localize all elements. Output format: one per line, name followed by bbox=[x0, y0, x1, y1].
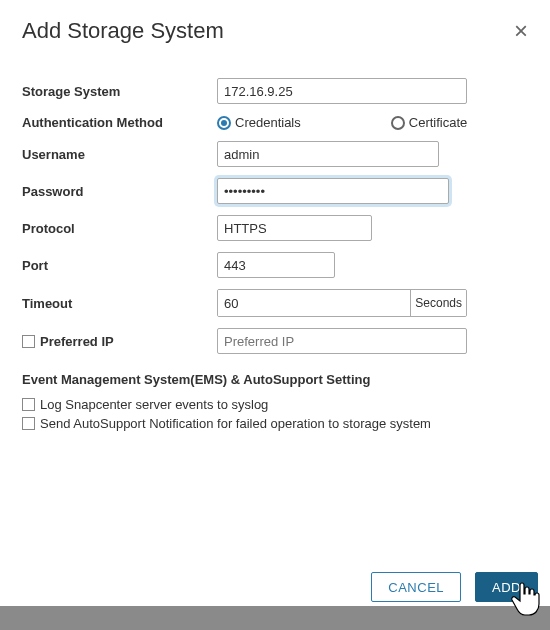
radio-unchecked-icon bbox=[391, 116, 405, 130]
radio-credentials-label: Credentials bbox=[235, 115, 301, 130]
row-password: Password bbox=[22, 178, 528, 204]
autosupport-label: Send AutoSupport Notification for failed… bbox=[40, 416, 431, 431]
label-password: Password bbox=[22, 184, 217, 199]
radio-checked-icon bbox=[217, 116, 231, 130]
row-username: Username bbox=[22, 141, 528, 167]
row-timeout: Timeout Seconds bbox=[22, 289, 528, 317]
label-protocol: Protocol bbox=[22, 221, 217, 236]
radio-certificate[interactable]: Certificate bbox=[391, 115, 468, 130]
row-preferred-ip: Preferred IP bbox=[22, 328, 528, 354]
row-auth-method: Authentication Method Credentials Certif… bbox=[22, 115, 528, 130]
label-username: Username bbox=[22, 147, 217, 162]
timeout-unit: Seconds bbox=[411, 290, 466, 316]
radio-certificate-label: Certificate bbox=[409, 115, 468, 130]
row-port: Port bbox=[22, 252, 528, 278]
dialog-title: Add Storage System bbox=[22, 18, 224, 44]
bottom-bar bbox=[0, 606, 550, 630]
storage-system-input[interactable] bbox=[217, 78, 467, 104]
label-port: Port bbox=[22, 258, 217, 273]
ems-section-title: Event Management System(EMS) & AutoSuppo… bbox=[22, 372, 528, 387]
username-input[interactable] bbox=[217, 141, 439, 167]
label-auth-method: Authentication Method bbox=[22, 115, 217, 130]
label-storage-system: Storage System bbox=[22, 84, 217, 99]
label-timeout: Timeout bbox=[22, 296, 217, 311]
timeout-input[interactable] bbox=[218, 290, 411, 316]
add-storage-dialog: Add Storage System × Storage System Auth… bbox=[0, 0, 550, 431]
row-protocol: Protocol bbox=[22, 215, 528, 241]
port-input[interactable] bbox=[217, 252, 335, 278]
close-icon[interactable]: × bbox=[514, 19, 528, 43]
password-input[interactable] bbox=[217, 178, 449, 204]
label-preferred-ip: Preferred IP bbox=[40, 334, 114, 349]
autosupport-checkbox[interactable] bbox=[22, 417, 35, 430]
protocol-input[interactable] bbox=[217, 215, 372, 241]
preferred-ip-checkbox[interactable] bbox=[22, 335, 35, 348]
row-autosupport: Send AutoSupport Notification for failed… bbox=[22, 416, 528, 431]
row-storage-system: Storage System bbox=[22, 78, 528, 104]
dialog-header: Add Storage System × bbox=[22, 18, 528, 44]
log-syslog-checkbox[interactable] bbox=[22, 398, 35, 411]
add-button[interactable]: ADD bbox=[475, 572, 538, 602]
log-syslog-label: Log Snapcenter server events to syslog bbox=[40, 397, 268, 412]
radio-credentials[interactable]: Credentials bbox=[217, 115, 301, 130]
cancel-button[interactable]: CANCEL bbox=[371, 572, 461, 602]
preferred-ip-input bbox=[217, 328, 467, 354]
row-log-syslog: Log Snapcenter server events to syslog bbox=[22, 397, 528, 412]
dialog-footer: CANCEL ADD bbox=[371, 572, 538, 602]
